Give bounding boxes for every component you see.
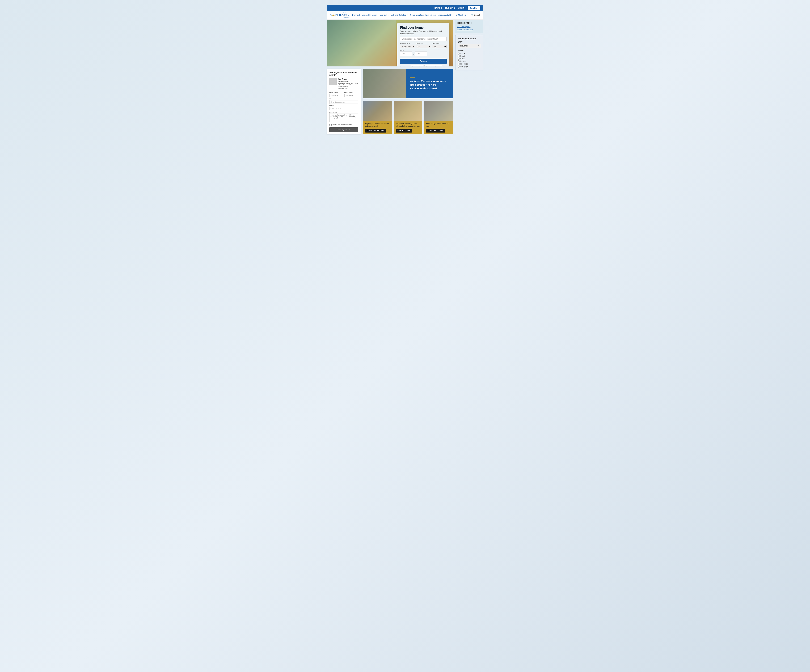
property-type-label: Property Type — [400, 42, 415, 44]
more-options-link[interactable]: More options — [400, 66, 409, 66]
first-time-buyers-button[interactable]: FIRST TIME BUYERS — [365, 129, 386, 133]
filter-event-label: Event — [461, 55, 465, 57]
nav-members[interactable]: For Members ▾ — [455, 14, 467, 16]
message-textarea[interactable]: I am interested in 1104 W Mulberry Aven,… — [329, 113, 358, 122]
send-button[interactable]: Send Question — [329, 127, 358, 132]
bathrooms-label: Bathrooms — [432, 42, 447, 44]
search-rentals-button[interactable]: Search rentals — [410, 65, 424, 66]
price-to-label: to — [413, 54, 414, 56]
main-content: Find your home Search properties in the … — [327, 20, 453, 134]
email-input[interactable] — [329, 100, 358, 104]
hero-image-left — [327, 20, 396, 66]
last-name-input[interactable] — [344, 94, 358, 97]
nav-buying[interactable]: Buying, Selling and Renting ▾ — [352, 14, 377, 16]
bedrooms-label: Bedrooms — [416, 42, 431, 44]
sort-select[interactable]: Relevance — [457, 44, 481, 48]
last-name-label: LAST NAME — [344, 92, 358, 93]
last-name-field: LAST NAME — [344, 92, 358, 97]
sort-label: SORT — [457, 41, 481, 43]
related-pages-title: Related Pages — [457, 22, 481, 24]
realtor-directory-link[interactable]: Realtor® Directory — [457, 28, 481, 30]
bedrooms-select[interactable]: Any — [416, 45, 431, 49]
card-buying-guide: Get started on the right foot with our h… — [394, 101, 422, 134]
agent-name: Ami Bruce — [338, 78, 358, 81]
search-title: Find your home — [400, 26, 447, 29]
bathrooms-select[interactable]: Any — [432, 45, 447, 49]
filter-article: Article — [457, 52, 481, 54]
lower-right: We have the tools, resources and advocac… — [363, 69, 453, 134]
phone-field: PHONE — [329, 105, 358, 110]
card-image-2 — [394, 101, 422, 121]
banner-text-box: We have the tools, resources and advocac… — [406, 69, 453, 98]
nav-market[interactable]: Market Research and Statistics ▾ — [380, 14, 408, 16]
schedule-row: I would like to schedule a tour. — [329, 124, 358, 126]
search-panel: Find your home Search properties in the … — [397, 23, 449, 66]
price-max-input[interactable] — [415, 52, 427, 56]
filter-resource-label: Resource — [461, 63, 468, 65]
banner-text: We have the tools, resources and advocac… — [410, 79, 449, 90]
property-type-select[interactable]: Single Residential — [400, 45, 415, 49]
filter-person-checkbox[interactable] — [457, 61, 459, 62]
buying-guide-button[interactable]: BUYING GUIDE — [396, 129, 412, 133]
search-open-houses-button[interactable]: Search open houses — [424, 65, 442, 66]
nav-search[interactable]: 🔍 Search — [471, 14, 480, 16]
filter-guide: Guide — [457, 58, 481, 60]
filter-article-checkbox[interactable] — [457, 52, 459, 54]
promo-banner: We have the tools, resources and advocac… — [363, 69, 453, 98]
logo: SABOR SAN ANTONIOBOARD of REALTORS® — [330, 12, 349, 18]
card-text-2: Get started on the right foot with our h… — [396, 123, 420, 127]
phone-label: PHONE — [329, 105, 358, 106]
card-body-3: Find the right REALTOR® for you FIND A R… — [424, 121, 453, 134]
filter-event-checkbox[interactable] — [457, 55, 459, 57]
search-button[interactable]: Search — [400, 59, 447, 64]
filter-guide-label: Guide — [461, 58, 465, 60]
filter-webpage-checkbox[interactable] — [457, 66, 459, 67]
find-realtor-button[interactable]: FIND A REALTOR® — [426, 129, 445, 133]
search-icon: 🔍 — [471, 14, 474, 16]
refine-title: Refine your search — [457, 37, 481, 40]
first-name-input[interactable] — [329, 94, 343, 97]
logo-main: SABOR — [330, 13, 343, 17]
nav-search-label[interactable]: Search — [474, 14, 480, 16]
filter-person: Person — [457, 61, 481, 62]
name-row: FIRST NAME LAST NAME — [329, 92, 358, 97]
related-pages-box: Related Pages Find a Property Realtor® D… — [455, 20, 483, 33]
search-subtitle: Search properties in the San Antonio, Hi… — [400, 30, 447, 35]
filter-article-label: Article — [461, 52, 465, 54]
filter-webpage-label: Web page — [461, 66, 468, 67]
phone-input[interactable] — [329, 107, 358, 110]
message-label: MESSAGE — [329, 111, 358, 113]
price-section: Price to — [400, 49, 447, 57]
nav-links: Buying, Selling and Renting ▾ Market Res… — [352, 14, 467, 16]
join-button[interactable]: Join Now — [467, 6, 480, 10]
filter-person-label: Person — [461, 61, 466, 62]
agent-avatar — [329, 78, 337, 85]
find-property-link[interactable]: Find a Property — [457, 25, 481, 28]
price-min-input[interactable] — [400, 52, 412, 56]
nav-about[interactable]: About SABOR ▾ — [439, 14, 452, 16]
card-image-1 — [363, 101, 392, 121]
price-row: to — [400, 52, 447, 57]
property-row: Property Type Single Residential Bedroom… — [400, 42, 447, 49]
filter-label: FILTER — [457, 50, 481, 52]
card-body-2: Get started on the right foot with our h… — [394, 121, 422, 134]
search-bottom: More options Search rentals Search open … — [400, 65, 447, 66]
card-text-3: Find the right REALTOR® for you — [426, 123, 451, 127]
cards-row: Buying your first home? We've got you co… — [363, 101, 453, 134]
banner-image — [363, 69, 412, 98]
nav-news[interactable]: News, Events and Education ▾ — [410, 14, 436, 16]
filter-resource-checkbox[interactable] — [457, 63, 459, 65]
agent-company: eXp Realty, LLC — [338, 81, 358, 83]
schedule-checkbox[interactable] — [329, 124, 332, 126]
contact-form-box: Ask a Question or Schedule a Tour Ami Br… — [327, 69, 361, 134]
refine-box: Refine your search SORT Relevance FILTER… — [455, 35, 483, 71]
top-bar: RAMCO MLS LINK LOGIN Join Now — [327, 5, 483, 11]
login-link[interactable]: LOGIN — [458, 7, 464, 9]
agent-phone1: 210-428-3135 — [338, 85, 358, 88]
mls-link[interactable]: MLS LINK — [445, 7, 455, 9]
contact-title: Ask a Question or Schedule a Tour — [329, 71, 358, 76]
card-body-1: Buying your first home? We've got you co… — [363, 121, 392, 134]
filter-guide-checkbox[interactable] — [457, 58, 459, 60]
address-input[interactable] — [400, 37, 447, 41]
ramco-link[interactable]: RAMCO — [434, 7, 442, 9]
